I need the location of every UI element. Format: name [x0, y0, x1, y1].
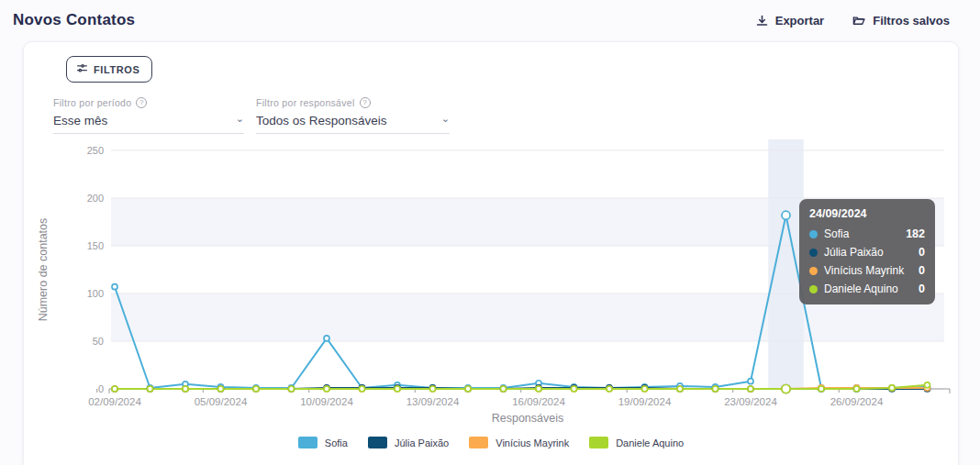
data-point[interactable]: [713, 386, 718, 392]
data-point[interactable]: [148, 386, 153, 392]
page-title: Novos Contatos: [13, 11, 135, 29]
x-tick-label: 05/09/2024: [195, 396, 248, 407]
data-point[interactable]: [324, 386, 329, 392]
tooltip-series-value: 0: [919, 246, 925, 259]
legend-item[interactable]: Daniele Aquino: [589, 437, 684, 448]
data-point[interactable]: [572, 386, 577, 392]
y-axis-title: Número de contatos: [37, 218, 50, 322]
tooltip-date: 24/09/2024: [809, 207, 925, 220]
legend-item[interactable]: Sofia: [298, 437, 348, 448]
legend-label: Daniele Aquino: [616, 437, 684, 448]
data-point[interactable]: [536, 386, 541, 392]
y-tick-label: 50: [93, 336, 104, 347]
y-tick-label: 0: [98, 383, 104, 394]
export-label: Exportar: [775, 14, 824, 28]
series-color-dot: [809, 267, 818, 275]
data-point[interactable]: [183, 386, 188, 392]
tooltip-series-name: Sofia: [824, 227, 899, 240]
data-point[interactable]: [607, 386, 612, 392]
data-point[interactable]: [395, 386, 400, 392]
data-point[interactable]: [465, 386, 471, 392]
y-tick-label: 250: [87, 145, 104, 156]
download-icon: [755, 14, 769, 28]
legend-swatch: [469, 437, 488, 448]
saved-filters-button[interactable]: Filtros salvos: [852, 14, 950, 28]
responsible-filter: Filtro por responsável ? Todos os Respon…: [256, 97, 450, 134]
data-point[interactable]: [430, 386, 436, 392]
header-actions: Exportar Filtros salvos: [755, 14, 950, 28]
new-contacts-card: FILTROS Filtro por período ? Esse mês ⌄ …: [23, 41, 959, 465]
legend-swatch: [298, 437, 317, 448]
x-tick-label: 16/09/2024: [512, 396, 565, 407]
x-axis-title: Responsáveis: [492, 412, 564, 425]
data-point[interactable]: [677, 386, 683, 392]
series-color-dot: [809, 230, 818, 238]
x-tick-label: 02/09/2024: [88, 396, 141, 407]
chart-legend: SofiaJúlia PaixãoVinícius MayrinkDaniele…: [24, 437, 958, 448]
data-point[interactable]: [112, 386, 117, 392]
data-point[interactable]: [360, 386, 365, 392]
chevron-down-icon: ⌄: [236, 113, 244, 125]
data-point[interactable]: [748, 386, 753, 392]
legend-label: Sofia: [325, 437, 348, 448]
period-filter-label: Filtro por período: [53, 97, 131, 108]
y-tick-label: 150: [87, 240, 104, 251]
responsible-filter-select[interactable]: Todos os Responsáveis ⌄: [256, 114, 450, 134]
data-point[interactable]: [748, 379, 753, 384]
saved-filters-label: Filtros salvos: [873, 14, 950, 28]
export-button[interactable]: Exportar: [755, 14, 824, 28]
tune-icon: [76, 62, 88, 76]
series-color-dot: [809, 249, 818, 257]
legend-label: Vinícius Mayrink: [496, 437, 569, 448]
data-point[interactable]: [925, 382, 930, 388]
y-tick-label: 200: [87, 193, 104, 204]
tooltip-row: Sofia182: [809, 227, 925, 240]
filters-button[interactable]: FILTROS: [66, 56, 152, 83]
data-point[interactable]: [642, 386, 648, 392]
x-tick-label: 13/09/2024: [406, 396, 460, 407]
data-point[interactable]: [324, 336, 329, 341]
chart-tooltip: 24/09/2024 Sofia182Júlia Paixão0Vinícius…: [799, 199, 935, 304]
data-point[interactable]: [854, 386, 860, 392]
page-header: Novos Contatos Exportar Filtros salvos: [0, 0, 980, 29]
tooltip-series-name: Júlia Paixão: [824, 246, 912, 259]
tooltip-row: Vinícius Mayrink0: [809, 264, 925, 277]
tooltip-series-name: Daniele Aquino: [824, 282, 912, 295]
line-chart[interactable]: 05010015020025002/09/202405/09/202410/09…: [27, 139, 955, 426]
legend-swatch: [368, 437, 387, 448]
tooltip-series-value: 182: [906, 227, 925, 240]
data-point[interactable]: [218, 386, 224, 392]
period-filter: Filtro por período ? Esse mês ⌄: [53, 97, 244, 134]
help-icon[interactable]: ?: [136, 97, 147, 108]
data-point[interactable]: [889, 385, 895, 391]
legend-label: Júlia Paixão: [395, 437, 449, 448]
legend-item[interactable]: Vinícius Mayrink: [469, 437, 569, 448]
period-filter-select[interactable]: Esse mês ⌄: [53, 114, 244, 134]
data-point[interactable]: [112, 284, 117, 290]
tooltip-row: Daniele Aquino0: [809, 282, 925, 295]
responsible-filter-value: Todos os Responsáveis: [256, 114, 387, 127]
data-point[interactable]: [782, 385, 790, 393]
filters-row: Filtro por período ? Esse mês ⌄ Filtro p…: [53, 97, 958, 134]
x-tick-label: 26/09/2024: [830, 396, 884, 407]
folder-open-icon: [852, 14, 866, 28]
x-tick-label: 10/09/2024: [300, 396, 353, 407]
tooltip-series-value: 0: [919, 282, 925, 295]
data-point[interactable]: [253, 386, 259, 392]
responsible-filter-label: Filtro por responsável: [256, 97, 355, 108]
chevron-down-icon: ⌄: [441, 113, 450, 125]
legend-item[interactable]: Júlia Paixão: [368, 437, 449, 448]
data-point[interactable]: [782, 211, 790, 219]
filters-button-label: FILTROS: [94, 64, 139, 75]
legend-swatch: [589, 437, 608, 448]
period-filter-value: Esse mês: [53, 114, 107, 127]
y-tick-label: 100: [87, 288, 104, 299]
x-tick-label: 23/09/2024: [724, 396, 777, 407]
x-tick-label: 19/09/2024: [618, 396, 672, 407]
data-point[interactable]: [501, 386, 507, 392]
data-point[interactable]: [289, 386, 295, 392]
tooltip-row: Júlia Paixão0: [809, 246, 925, 259]
help-icon[interactable]: ?: [360, 97, 371, 108]
data-point[interactable]: [819, 386, 824, 392]
tooltip-series-name: Vinícius Mayrink: [824, 264, 912, 277]
